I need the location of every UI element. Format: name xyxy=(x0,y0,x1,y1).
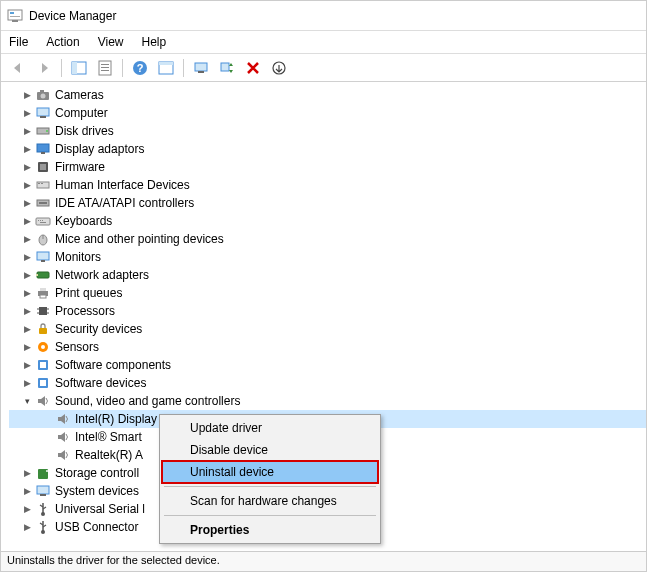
uninstall-button[interactable] xyxy=(242,57,264,79)
back-button[interactable] xyxy=(7,57,29,79)
svg-point-65 xyxy=(41,530,45,534)
context-menu-uninstall-device[interactable]: Uninstall device xyxy=(162,461,378,483)
svg-rect-63 xyxy=(40,494,46,496)
update-driver-button[interactable] xyxy=(190,57,212,79)
tree-node-keyboards[interactable]: ▶ Keyboards xyxy=(9,212,646,230)
expander-icon[interactable]: ▶ xyxy=(21,251,33,263)
svg-rect-47 xyxy=(40,295,46,298)
tree-node-software-devices[interactable]: ▶ Software devices xyxy=(9,374,646,392)
tree-node-mice[interactable]: ▶ Mice and other pointing devices xyxy=(9,230,646,248)
expander-icon[interactable]: ▶ xyxy=(21,143,33,155)
system-icon xyxy=(35,483,51,499)
svg-rect-16 xyxy=(221,63,229,71)
tree-node-network[interactable]: ▶ Network adapters xyxy=(9,266,646,284)
context-menu-scan-hardware[interactable]: Scan for hardware changes xyxy=(162,490,378,512)
expander-icon[interactable]: ▶ xyxy=(21,125,33,137)
svg-rect-57 xyxy=(40,362,46,368)
tree-node-print-queues[interactable]: ▶ Print queues xyxy=(9,284,646,302)
svg-rect-7 xyxy=(101,64,109,65)
svg-text:?: ? xyxy=(137,62,144,74)
processor-icon xyxy=(35,303,51,319)
svg-rect-25 xyxy=(37,144,49,152)
expander-icon[interactable]: ▶ xyxy=(21,287,33,299)
tree-node-software-components[interactable]: ▶ Software components xyxy=(9,356,646,374)
tree-node-sensors[interactable]: ▶ Sensors xyxy=(9,338,646,356)
context-menu-update-driver[interactable]: Update driver xyxy=(162,417,378,439)
expander-icon[interactable]: ▶ xyxy=(21,161,33,173)
svg-rect-34 xyxy=(36,218,50,225)
expander-icon[interactable]: ▶ xyxy=(21,485,33,497)
tree-label: Processors xyxy=(55,302,115,320)
menu-file[interactable]: File xyxy=(9,35,28,49)
svg-rect-44 xyxy=(36,274,38,276)
svg-point-61 xyxy=(46,470,48,472)
tree-label: Monitors xyxy=(55,248,101,266)
keyboard-icon xyxy=(35,213,51,229)
expander-icon[interactable]: ▶ xyxy=(21,359,33,371)
tree-label: Cameras xyxy=(55,86,104,104)
software-device-icon xyxy=(35,375,51,391)
tree-label: Network adapters xyxy=(55,266,149,284)
expander-icon[interactable]: ▶ xyxy=(21,233,33,245)
expander-icon[interactable]: ▶ xyxy=(21,107,33,119)
svg-rect-30 xyxy=(38,183,40,184)
svg-rect-53 xyxy=(39,328,47,334)
svg-rect-37 xyxy=(42,220,43,221)
tree-node-ide[interactable]: ▶ IDE ATA/ATAPI controllers xyxy=(9,194,646,212)
svg-rect-38 xyxy=(40,222,46,223)
svg-point-64 xyxy=(41,512,45,516)
expander-icon[interactable]: ▶ xyxy=(21,269,33,281)
toolbar-separator xyxy=(122,59,123,77)
properties-button[interactable] xyxy=(94,57,116,79)
view-button[interactable] xyxy=(155,57,177,79)
expander-icon[interactable]: ▶ xyxy=(21,179,33,191)
tree-label: IDE ATA/ATAPI controllers xyxy=(55,194,194,212)
help-button[interactable]: ? xyxy=(129,57,151,79)
svg-rect-46 xyxy=(40,288,46,291)
tree-node-monitors[interactable]: ▶ Monitors xyxy=(9,248,646,266)
tree-label: Software components xyxy=(55,356,171,374)
expander-icon[interactable]: ▾ xyxy=(21,395,33,407)
svg-rect-35 xyxy=(38,220,39,221)
scan-hardware-button[interactable] xyxy=(216,57,238,79)
tree-label: Human Interface Devices xyxy=(55,176,190,194)
expander-icon[interactable]: ▶ xyxy=(21,521,33,533)
tree-node-display-adaptors[interactable]: ▶ Display adaptors xyxy=(9,140,646,158)
expander-icon[interactable]: ▶ xyxy=(21,305,33,317)
tree-node-cameras[interactable]: ▶ Cameras xyxy=(9,86,646,104)
menu-help[interactable]: Help xyxy=(142,35,167,49)
titlebar: Device Manager xyxy=(1,1,646,31)
statusbar-text: Uninstalls the driver for the selected d… xyxy=(7,554,220,566)
network-icon xyxy=(35,267,51,283)
menu-view[interactable]: View xyxy=(98,35,124,49)
context-menu-properties[interactable]: Properties xyxy=(162,519,378,541)
tree-label: Sensors xyxy=(55,338,99,356)
tree-node-processors[interactable]: ▶ Processors xyxy=(9,302,646,320)
tree-node-computer[interactable]: ▶ Computer xyxy=(9,104,646,122)
tree-node-disk-drives[interactable]: ▶ Disk drives xyxy=(9,122,646,140)
more-button[interactable] xyxy=(268,57,290,79)
security-icon xyxy=(35,321,51,337)
expander-icon[interactable]: ▶ xyxy=(21,503,33,515)
tree-node-security[interactable]: ▶ Security devices xyxy=(9,320,646,338)
expander-icon[interactable]: ▶ xyxy=(21,89,33,101)
tree-label: Security devices xyxy=(55,320,142,338)
tree-label: System devices xyxy=(55,482,139,500)
show-hide-tree-button[interactable] xyxy=(68,57,90,79)
expander-icon[interactable]: ▶ xyxy=(21,341,33,353)
tree-label: Software devices xyxy=(55,374,146,392)
expander-icon[interactable]: ▶ xyxy=(21,377,33,389)
forward-button[interactable] xyxy=(33,57,55,79)
tree-node-sound[interactable]: ▾ Sound, video and game controllers xyxy=(9,392,646,410)
tree-node-hid[interactable]: ▶ Human Interface Devices xyxy=(9,176,646,194)
expander-icon[interactable]: ▶ xyxy=(21,197,33,209)
tree-label: Display adaptors xyxy=(55,140,144,158)
svg-rect-31 xyxy=(41,183,43,184)
expander-icon[interactable]: ▶ xyxy=(21,323,33,335)
expander-icon[interactable]: ▶ xyxy=(21,467,33,479)
menu-action[interactable]: Action xyxy=(46,35,79,49)
hid-icon xyxy=(35,177,51,193)
context-menu-disable-device[interactable]: Disable device xyxy=(162,439,378,461)
expander-icon[interactable]: ▶ xyxy=(21,215,33,227)
tree-node-firmware[interactable]: ▶ Firmware xyxy=(9,158,646,176)
